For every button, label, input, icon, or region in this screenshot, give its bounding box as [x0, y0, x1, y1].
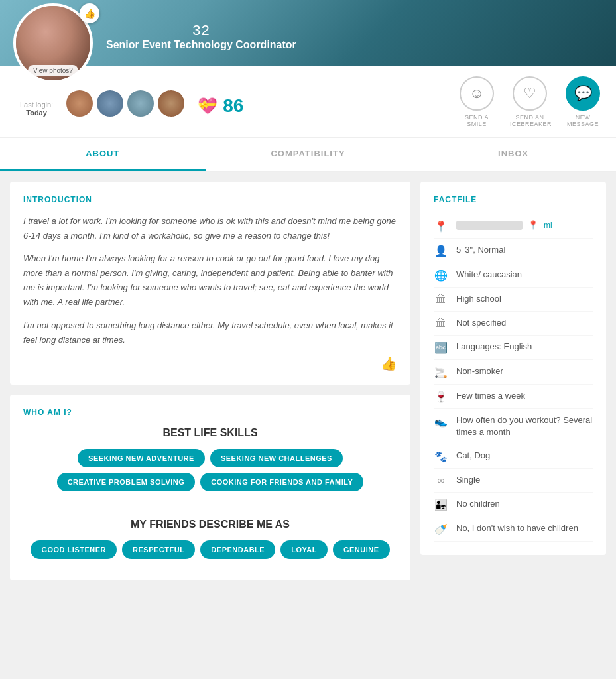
main-content: INTRODUCTION I travel a lot for work. I'…	[0, 172, 616, 590]
view-photos-button[interactable]: View photos?	[28, 65, 78, 76]
fact-children: 👨‍👧 No children	[434, 493, 593, 517]
introduction-title: INTRODUCTION	[23, 195, 397, 204]
like-icon[interactable]: 👍	[80, 3, 99, 23]
status-icon: ∞	[434, 475, 448, 487]
last-login-label: Last login:	[20, 101, 53, 109]
fact-location: 📍 📍 mi	[434, 214, 593, 239]
height-value: 5' 3", Normal	[456, 244, 593, 256]
right-column: FACTFILE 📍 📍 mi 👤 5' 3", Normal	[420, 182, 606, 580]
drinking-icon: 🍷	[434, 391, 448, 403]
friend-tag-2: DEPENDABLE	[200, 540, 275, 559]
education-icon: 🏛	[434, 294, 448, 306]
compatibility-score: 💝 86	[198, 95, 243, 117]
friend-tag-4: GENUINE	[333, 540, 390, 559]
login-info: Last login: Today	[20, 101, 53, 117]
factfile-title: FACTFILE	[434, 195, 593, 204]
children-wish-icon: 🍼	[434, 523, 448, 536]
workout-icon: 👟	[434, 415, 448, 428]
religion-value: Not specified	[456, 317, 593, 329]
who-am-i-card: WHO AM I? BEST LIFE SKILLS SEEKING NEW A…	[10, 395, 410, 580]
fact-religion: 🏛 Not specified	[434, 312, 593, 336]
avatar-wrapper: 👍 View photos?	[13, 3, 93, 83]
tab-inbox[interactable]: INBOX	[410, 138, 616, 171]
skill-tag-3: COOKING FOR FRIENDS AND FAMILY	[200, 473, 363, 491]
fact-workout: 👟 How often do you workout? Several time…	[434, 409, 593, 444]
location-link[interactable]: mi	[544, 220, 552, 231]
smoking-value: Non-smoker	[456, 365, 593, 377]
workout-value: How often do you workout? Several times …	[456, 414, 593, 438]
friend-tag-1: RESPECTFUL	[122, 540, 195, 559]
friend-tag-3: LOYAL	[280, 540, 328, 559]
height-icon: 👤	[434, 245, 448, 257]
skills-section-title: BEST LIFE SKILLS	[23, 427, 397, 439]
friends-tags: GOOD LISTENER RESPECTFUL DEPENDABLE LOYA…	[23, 540, 397, 559]
fact-height: 👤 5' 3", Normal	[434, 239, 593, 263]
location-unit-icon: 📍	[528, 219, 538, 231]
mini-avatar-1[interactable]	[66, 90, 93, 117]
message-circle[interactable]: 💬	[566, 76, 600, 111]
pets-icon: 🐾	[434, 450, 448, 463]
skill-tag-2: CREATIVE PROBLEM SOLVING	[57, 473, 196, 491]
smile-label: SEND A SMILE	[457, 114, 497, 127]
children-icon: 👨‍👧	[434, 499, 448, 511]
tabs: ABOUT COMPATIBILITY INBOX	[0, 137, 616, 172]
friends-section-title: MY FRIENDS DESCRIBE ME AS	[23, 519, 397, 530]
mini-avatar-4[interactable]	[158, 90, 184, 117]
intro-para-3: I'm not opposed to something long distan…	[23, 318, 397, 347]
intro-para-1: I travel a lot for work. I'm looking for…	[23, 214, 397, 243]
profile-age: 32	[106, 22, 296, 39]
score-value: 86	[223, 95, 243, 117]
status-value: Single	[456, 474, 593, 486]
fact-languages: 🔤 Languages: English	[434, 336, 593, 360]
factfile-card: FACTFILE 📍 📍 mi 👤 5' 3", Normal	[420, 182, 606, 555]
introduction-text: I travel a lot for work. I'm looking for…	[23, 214, 397, 347]
icebreaker-label: SEND AN ICEBREAKER	[510, 114, 550, 127]
skill-tag-0: SEEKING NEW ADVENTURE	[78, 449, 205, 467]
mini-avatar-3[interactable]	[127, 90, 154, 117]
tab-compatibility[interactable]: COMPATIBILITY	[206, 138, 411, 171]
fact-smoking: 🚬 Non-smoker	[434, 360, 593, 385]
new-message-button[interactable]: 💬 NEW MESSAGE	[563, 76, 603, 127]
who-am-i-title: WHO AM I?	[23, 408, 397, 417]
smile-circle[interactable]: ☺	[460, 76, 494, 111]
smoking-icon: 🚬	[434, 366, 448, 379]
mini-avatars	[66, 90, 184, 117]
header-info: 32 Senior Event Technology Coordinator	[106, 22, 296, 51]
drinking-value: Few times a week	[456, 390, 593, 402]
thumbs-up-button[interactable]: 👍	[23, 355, 397, 371]
profile-title: Senior Event Technology Coordinator	[106, 39, 296, 51]
last-login-value: Today	[20, 109, 53, 117]
mini-avatar-2[interactable]	[97, 90, 123, 117]
send-icebreaker-button[interactable]: ♡ SEND AN ICEBREAKER	[510, 76, 550, 127]
fact-education: 🏛 High school	[434, 288, 593, 312]
heart-icon: 💝	[198, 97, 217, 115]
action-buttons: ☺ SEND A SMILE ♡ SEND AN ICEBREAKER 💬 NE…	[457, 76, 603, 127]
icebreaker-circle[interactable]: ♡	[513, 76, 547, 111]
children-value: No children	[456, 498, 593, 510]
location-blurred	[456, 221, 523, 230]
intro-para-2: When I'm home I'm always looking for a r…	[23, 251, 397, 310]
education-value: High school	[456, 293, 593, 305]
left-column: INTRODUCTION I travel a lot for work. I'…	[10, 182, 410, 580]
skill-tag-1: SEEKING NEW CHALLENGES	[210, 449, 343, 467]
location-value: 📍 mi	[456, 219, 593, 231]
fact-pets: 🐾 Cat, Dog	[434, 444, 593, 469]
ethnicity-icon: 🌐	[434, 269, 448, 282]
pets-value: Cat, Dog	[456, 450, 593, 462]
location-icon: 📍	[434, 220, 448, 233]
divider	[23, 505, 397, 505]
languages-icon: 🔤	[434, 341, 448, 354]
tab-about[interactable]: ABOUT	[0, 138, 206, 171]
introduction-card: INTRODUCTION I travel a lot for work. I'…	[10, 182, 410, 385]
ethnicity-value: White/ caucasian	[456, 269, 593, 280]
friend-tag-0: GOOD LISTENER	[31, 540, 117, 559]
skills-tags: SEEKING NEW ADVENTURE SEEKING NEW CHALLE…	[23, 449, 397, 491]
fact-children-wish: 🍼 No, I don't wish to have children	[434, 517, 593, 542]
send-smile-button[interactable]: ☺ SEND A SMILE	[457, 76, 497, 127]
fact-drinking: 🍷 Few times a week	[434, 385, 593, 409]
fact-ethnicity: 🌐 White/ caucasian	[434, 263, 593, 288]
children-wish-value: No, I don't wish to have children	[456, 523, 593, 534]
languages-value: Languages: English	[456, 341, 593, 353]
fact-status: ∞ Single	[434, 469, 593, 493]
profile-header: 👍 View photos? 32 Senior Event Technolog…	[0, 0, 616, 66]
